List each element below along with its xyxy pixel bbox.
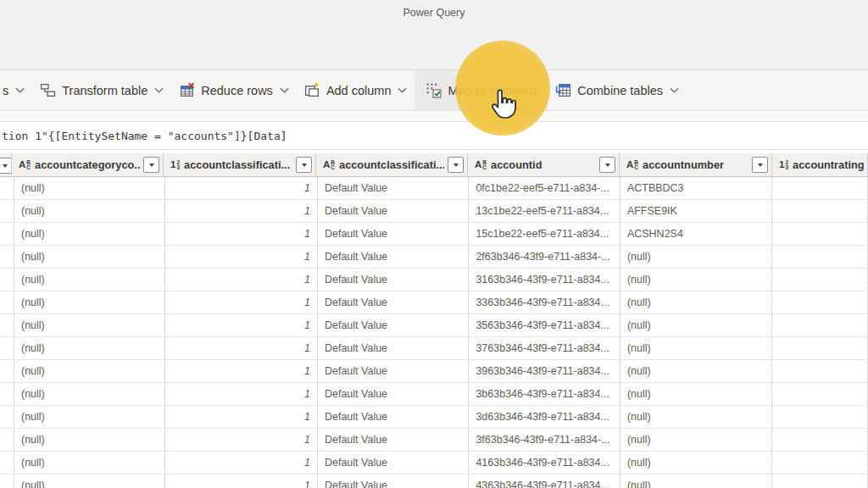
- table-cell[interactable]: (null): [14, 474, 165, 488]
- table-cell[interactable]: Default Value: [318, 200, 469, 222]
- table-cell[interactable]: (null): [620, 452, 772, 474]
- table-cell[interactable]: (null): [14, 452, 165, 474]
- table-cell[interactable]: (null): [14, 360, 165, 382]
- column-filter-dropdown[interactable]: [752, 157, 768, 173]
- column-filter-dropdown[interactable]: [448, 157, 464, 173]
- table-cell[interactable]: [772, 429, 868, 451]
- table-cell[interactable]: 1: [165, 291, 317, 313]
- table-cell[interactable]: 1: [165, 200, 317, 222]
- table-cell[interactable]: 3363b346-43f9-e711-a834...: [469, 291, 620, 313]
- table-cell[interactable]: Default Value: [318, 452, 469, 474]
- column-header-cut[interactable]: [0, 153, 12, 176]
- table-cell[interactable]: Default Value: [318, 429, 469, 451]
- table-cell[interactable]: 1: [165, 383, 317, 405]
- table-cell[interactable]: [0, 291, 14, 313]
- table-cell[interactable]: (null): [14, 406, 165, 428]
- table-cell[interactable]: (null): [14, 314, 165, 336]
- table-cell[interactable]: [772, 246, 868, 268]
- table-cell[interactable]: (null): [14, 177, 165, 199]
- table-cell[interactable]: [772, 337, 868, 359]
- table-cell[interactable]: [772, 269, 868, 291]
- table-cell[interactable]: [0, 429, 14, 451]
- toolbar-item-add-column[interactable]: Add column: [297, 70, 415, 110]
- table-cell[interactable]: Default Value: [318, 406, 469, 428]
- toolbar-item-partial[interactable]: s: [0, 70, 32, 110]
- table-cell[interactable]: (null): [14, 383, 165, 405]
- table-cell[interactable]: (null): [620, 360, 772, 382]
- table-cell[interactable]: 1: [165, 474, 317, 488]
- table-cell[interactable]: (null): [14, 291, 165, 313]
- table-cell[interactable]: Default Value: [318, 383, 469, 405]
- table-cell[interactable]: Default Value: [318, 177, 469, 199]
- table-cell[interactable]: 1: [165, 223, 317, 245]
- table-cell[interactable]: [0, 360, 14, 382]
- table-cell[interactable]: [772, 223, 868, 245]
- table-cell[interactable]: [772, 200, 868, 222]
- table-cell[interactable]: (null): [620, 429, 772, 451]
- table-cell[interactable]: (null): [620, 474, 772, 488]
- table-cell[interactable]: (null): [14, 337, 165, 359]
- table-cell[interactable]: Default Value: [318, 291, 469, 313]
- table-cell[interactable]: 1: [165, 360, 317, 382]
- table-cell[interactable]: (null): [14, 223, 165, 245]
- table-cell[interactable]: [0, 269, 14, 291]
- table-cell[interactable]: AFFSE9IK: [620, 200, 772, 222]
- column-header-accountclassification-number[interactable]: 123 accountclassificati...: [164, 153, 316, 176]
- table-cell[interactable]: (null): [620, 314, 772, 336]
- table-cell[interactable]: (null): [620, 383, 772, 405]
- table-cell[interactable]: [0, 383, 14, 405]
- toolbar-item-transform-table[interactable]: Transform table: [32, 70, 171, 110]
- table-cell[interactable]: 3963b346-43f9-e711-a834...: [469, 360, 620, 382]
- table-cell[interactable]: (null): [620, 406, 772, 428]
- table-cell[interactable]: [772, 383, 868, 405]
- formula-bar[interactable]: tion 1"{[EntitySetName = "accounts"]}[Da…: [0, 121, 868, 150]
- table-cell[interactable]: 1: [165, 269, 317, 291]
- table-cell[interactable]: 15c1be22-eef5-e711-a834...: [469, 223, 620, 245]
- table-cell[interactable]: 0fc1be22-eef5-e711-a834-...: [469, 177, 620, 199]
- toolbar-item-map-to-standard[interactable]: Map to standard: [415, 70, 548, 110]
- column-header-accountid[interactable]: ABC accountid: [468, 153, 620, 176]
- table-cell[interactable]: (null): [14, 200, 165, 222]
- table-cell[interactable]: 13c1be22-eef5-e711-a834...: [469, 200, 620, 222]
- column-filter-dropdown[interactable]: [0, 158, 12, 174]
- table-cell[interactable]: [772, 291, 868, 313]
- table-cell[interactable]: 1: [165, 314, 317, 336]
- table-cell[interactable]: [772, 314, 868, 336]
- table-cell[interactable]: (null): [620, 291, 772, 313]
- table-cell[interactable]: (null): [14, 246, 165, 268]
- column-filter-dropdown[interactable]: [296, 157, 312, 173]
- table-cell[interactable]: [772, 452, 868, 474]
- table-cell[interactable]: [0, 177, 14, 199]
- column-header-accountnumber[interactable]: ABC accountnumber: [620, 153, 772, 176]
- table-cell[interactable]: Default Value: [318, 269, 469, 291]
- table-cell[interactable]: [0, 246, 14, 268]
- table-cell[interactable]: 1: [165, 337, 317, 359]
- table-cell[interactable]: [0, 337, 14, 359]
- table-cell[interactable]: 3b63b346-43f9-e711-a834...: [469, 383, 620, 405]
- table-cell[interactable]: 3d63b346-43f9-e711-a834...: [469, 406, 620, 428]
- table-cell[interactable]: [0, 474, 14, 488]
- table-cell[interactable]: 3f63b346-43f9-e711-a834-...: [469, 429, 620, 451]
- column-header-accountrating[interactable]: 123 accountrating: [772, 153, 868, 176]
- column-header-accountclassification-text[interactable]: ABC accountclassificati...: [316, 153, 468, 176]
- table-cell[interactable]: 4363b346-43f9-e711-a834...: [469, 474, 620, 488]
- table-cell[interactable]: 1: [165, 429, 317, 451]
- table-cell[interactable]: 1: [165, 406, 317, 428]
- table-cell[interactable]: 3163b346-43f9-e711-a834...: [469, 269, 620, 291]
- column-filter-dropdown[interactable]: [143, 157, 159, 173]
- column-header-accountcategorycode[interactable]: ABC accountcategoryco...: [12, 153, 164, 176]
- table-cell[interactable]: (null): [14, 269, 165, 291]
- table-cell[interactable]: [0, 223, 14, 245]
- table-cell[interactable]: (null): [14, 429, 165, 451]
- toolbar-item-reduce-rows[interactable]: Reduce rows: [171, 70, 297, 110]
- table-cell[interactable]: [772, 177, 868, 199]
- table-cell[interactable]: 3763b346-43f9-e711-a834...: [469, 337, 620, 359]
- table-cell[interactable]: 1: [165, 452, 317, 474]
- table-cell[interactable]: 1: [165, 177, 317, 199]
- table-cell[interactable]: (null): [620, 246, 772, 268]
- table-cell[interactable]: ACTBBDC3: [620, 177, 772, 199]
- table-cell[interactable]: [772, 474, 868, 488]
- table-cell[interactable]: [772, 360, 868, 382]
- table-cell[interactable]: [0, 406, 14, 428]
- toolbar-item-combine-tables[interactable]: Combine tables: [548, 70, 687, 110]
